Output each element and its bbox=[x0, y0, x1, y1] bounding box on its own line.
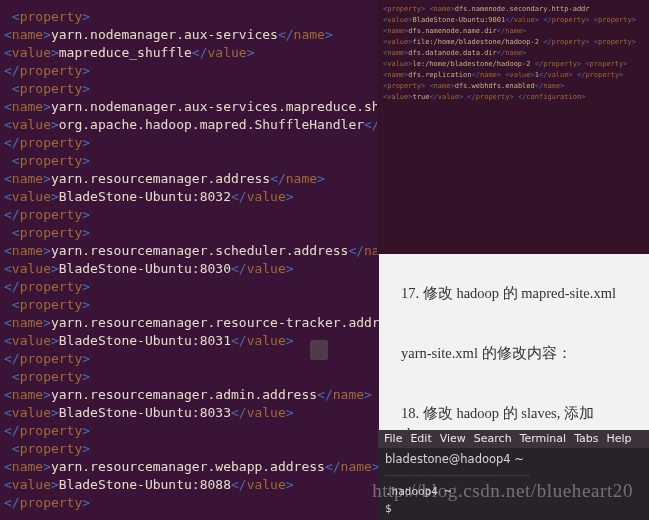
terminal-window[interactable]: FileEditViewSearchTerminalTabsHelp blade… bbox=[378, 430, 649, 520]
menu-item-terminal[interactable]: Terminal bbox=[520, 432, 567, 445]
terminal-menu-bar[interactable]: FileEditViewSearchTerminalTabsHelp bbox=[378, 430, 649, 448]
terminal-line[interactable]: .hadoop4 ~ bbox=[378, 483, 649, 500]
mini-code-preview: <property> <name>dfs.namenode.secondary.… bbox=[377, 0, 649, 254]
paste-indicator-icon bbox=[310, 340, 328, 360]
menu-item-file[interactable]: File bbox=[384, 432, 402, 445]
terminal-div: ──────────────────────── bbox=[378, 470, 649, 481]
menu-item-view[interactable]: View bbox=[440, 432, 466, 445]
terminal-prompt[interactable]: $ bbox=[378, 500, 649, 517]
terminal-tab[interactable]: bladestone@hadoop4 ~ bbox=[378, 448, 649, 470]
doc-item-17: 17. 修改 hadoop 的 mapred-site.xml bbox=[401, 283, 627, 303]
doc-note-17: yarn-site.xml 的修改内容： bbox=[401, 343, 627, 363]
menu-item-help[interactable]: Help bbox=[607, 432, 632, 445]
menu-item-edit[interactable]: Edit bbox=[410, 432, 431, 445]
menu-item-tabs[interactable]: Tabs bbox=[574, 432, 598, 445]
menu-item-search[interactable]: Search bbox=[474, 432, 512, 445]
